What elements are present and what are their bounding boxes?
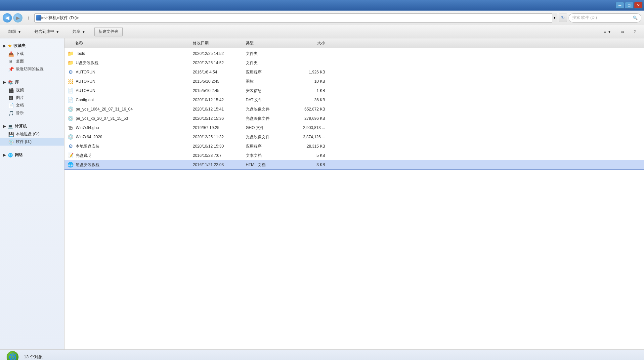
library-header[interactable]: ▶ 📚 库 [0, 78, 64, 86]
status-count: 13 个对象 [24, 354, 43, 360]
sidebar-item-download[interactable]: 📥 下载 [0, 50, 64, 58]
network-header[interactable]: ▶ 🌐 网络 [0, 151, 64, 159]
computer-label: 计算机 [15, 123, 27, 129]
sidebar-item-video[interactable]: 🎬 视频 [0, 86, 64, 94]
file-row[interactable]: 🌐 硬盘安装教程 2016/11/21 22:03 HTML 文档 3 KB [64, 160, 644, 169]
file-cell-type: DAT 文件 [246, 97, 285, 103]
new-folder-button[interactable]: 新建文件夹 [94, 27, 123, 36]
document-label: 文档 [16, 103, 24, 108]
sidebar-item-image[interactable]: 🖼 图片 [0, 94, 64, 102]
share-button[interactable]: 共享 ▼ [68, 27, 90, 36]
file-cell-type: 安装信息 [246, 88, 285, 94]
file-cell-date: 2015/5/10 2:45 [193, 88, 246, 93]
computer-pc-icon: 💻 [8, 124, 13, 129]
file-cell-date: 2016/11/21 22:03 [193, 162, 246, 167]
col-header-size[interactable]: 大小 [285, 40, 325, 46]
file-cell-size: 1 KB [285, 88, 325, 93]
file-row[interactable]: 📁 Tools 2020/12/25 14:52 文件夹 [64, 49, 644, 58]
minimize-button[interactable]: ─ [616, 2, 624, 9]
breadcrumb-computer[interactable]: 计算机 [44, 15, 57, 21]
organize-button[interactable]: 组织 ▼ [4, 27, 26, 36]
library-label: 库 [15, 79, 19, 85]
computer-section: ▶ 💻 计算机 💾 本地磁盘 (C:) 💿 软件 (D:) [0, 122, 64, 146]
disk-c-label: 本地磁盘 (C:) [16, 131, 39, 137]
title-bar: ─ □ ✕ [0, 0, 644, 11]
sidebar-item-music[interactable]: 🎵 音乐 [0, 109, 64, 117]
download-icon: 📥 [8, 51, 14, 57]
file-name: pe_yqs_1064_20_07_31_16_04 [76, 107, 133, 112]
image-icon: 🖼 [8, 95, 14, 101]
file-cell-size: 5 KB [285, 153, 325, 158]
back-button[interactable]: ◀ [3, 13, 12, 22]
video-label: 视频 [16, 87, 24, 93]
library-arrow-icon: ▶ [3, 80, 6, 84]
column-headers: 名称 修改日期 类型 大小 [64, 38, 644, 48]
sidebar-item-disk-d[interactable]: 💿 软件 (D:) [0, 138, 64, 146]
file-cell-date: 2020/12/25 11:32 [193, 135, 246, 139]
breadcrumb-sep3: ▶ [76, 16, 79, 20]
file-row[interactable]: 📝 光盘说明 2016/10/23 7:07 文本文档 5 KB [64, 151, 644, 160]
file-row[interactable]: 💿 pe_yqs_xp_20_07_31_15_53 2020/10/12 15… [64, 114, 644, 123]
file-row[interactable]: 📁 U盘安装教程 2020/12/25 14:52 文件夹 [64, 58, 644, 68]
file-row[interactable]: 🗜 Win7x64.gho 2019/9/7 19:25 GHO 文件 2,90… [64, 123, 644, 132]
network-icon: 🌐 [8, 153, 13, 158]
computer-header[interactable]: ▶ 💻 计算机 [0, 122, 64, 130]
up-button[interactable]: ↑ [24, 13, 33, 22]
file-cell-type: 文件夹 [246, 60, 285, 66]
file-icon: 🌐 [67, 162, 74, 168]
file-cell-type: 光盘映像文件 [246, 107, 285, 112]
file-cell-type: 应用程序 [246, 69, 285, 75]
download-label: 下载 [16, 51, 24, 57]
col-header-name[interactable]: 名称 [67, 40, 193, 46]
search-bar[interactable]: 搜索 软件 (D:) 🔍 [569, 13, 641, 22]
file-name: 硬盘安装教程 [76, 162, 100, 168]
file-icon: ⚙ [67, 69, 74, 75]
preview-button[interactable]: ▭ [616, 27, 628, 36]
organize-label: 组织 [8, 29, 16, 34]
help-button[interactable]: ? [629, 27, 640, 36]
content-area: 名称 修改日期 类型 大小 📁 Tools 2020/12/25 14:52 文… [64, 38, 644, 349]
sidebar-item-document[interactable]: 📄 文档 [0, 102, 64, 109]
file-row[interactable]: 💿 Win7x64_2020 2020/12/25 11:32 光盘映像文件 3… [64, 132, 644, 142]
breadcrumb-disk-d[interactable]: 软件 (D:) [60, 15, 76, 21]
status-bar: 🌀 13 个对象 [0, 349, 644, 360]
favorites-section: ▶ ★ 收藏夹 📥 下载 🖥 桌面 📌 最近访问的位置 [0, 42, 64, 73]
file-name: AUTORUN [76, 70, 95, 74]
favorites-label: 收藏夹 [14, 43, 25, 49]
file-cell-name: 🌐 硬盘安装教程 [67, 162, 193, 168]
favorites-header[interactable]: ▶ ★ 收藏夹 [0, 42, 64, 50]
file-cell-size: 10 KB [285, 79, 325, 84]
include-button[interactable]: 包含到库中 ▼ [30, 27, 64, 36]
file-icon: 💿 [67, 115, 74, 121]
file-cell-size: 2,900,813 ... [285, 125, 325, 130]
disk-d-icon: 💿 [8, 139, 14, 145]
help-icon: ? [633, 29, 636, 34]
sidebar-item-disk-c[interactable]: 💾 本地磁盘 (C:) [0, 130, 64, 138]
file-row[interactable]: ⚙ AUTORUN 2016/1/8 4:54 应用程序 1,926 KB [64, 68, 644, 77]
file-row[interactable]: 📄 Config.dat 2020/10/12 15:42 DAT 文件 36 … [64, 95, 644, 105]
sidebar-item-recent[interactable]: 📌 最近访问的位置 [0, 65, 64, 73]
file-row[interactable]: 🖼 AUTORUN 2015/5/10 2:45 图标 10 KB [64, 77, 644, 86]
file-name: AUTORUN [76, 79, 95, 84]
file-row[interactable]: 📄 AUTORUN 2015/5/10 2:45 安装信息 1 KB [64, 86, 644, 95]
views-button[interactable]: ≡ ▼ [599, 27, 616, 36]
breadcrumb-dropdown[interactable]: ▼ [552, 13, 557, 22]
col-header-date[interactable]: 修改日期 [193, 40, 246, 46]
desktop-icon: 🖥 [8, 59, 14, 64]
favorites-arrow-icon: ▶ [3, 44, 6, 48]
file-cell-type: 文件夹 [246, 51, 285, 57]
col-header-type[interactable]: 类型 [246, 40, 285, 46]
computer-arrow-icon: ▶ [3, 124, 6, 128]
file-icon: 🖼 [67, 78, 74, 84]
network-label: 网络 [15, 152, 23, 158]
file-row[interactable]: ⚙ 本地硬盘安装 2020/10/12 15:30 应用程序 28,315 KB [64, 142, 644, 151]
refresh-button[interactable]: ↻ [559, 14, 567, 22]
forward-button[interactable]: ▶ [13, 13, 22, 22]
file-cell-name: 📁 Tools [67, 51, 193, 57]
sidebar-item-desktop[interactable]: 🖥 桌面 [0, 58, 64, 65]
maximize-button[interactable]: □ [625, 2, 633, 9]
file-row[interactable]: 💿 pe_yqs_1064_20_07_31_16_04 2020/10/12 … [64, 105, 644, 114]
file-cell-name: 💿 Win7x64_2020 [67, 134, 193, 140]
file-cell-size: 652,072 KB [285, 107, 325, 112]
close-button[interactable]: ✕ [634, 2, 643, 9]
